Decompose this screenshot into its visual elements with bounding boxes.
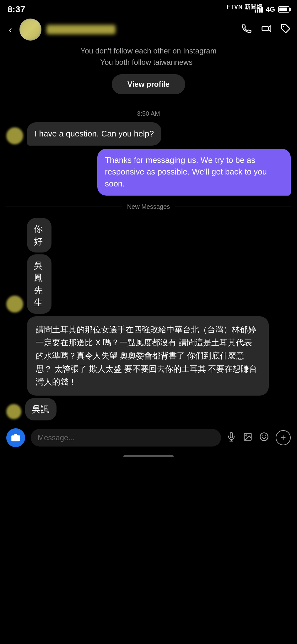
new-messages-divider: New Messages bbox=[6, 203, 291, 210]
battery-fill bbox=[279, 8, 287, 11]
message-bubble-long: 請問土耳其的那位女選手在四強敗給中華台北（台灣）林郁婷一定要在那邊比 X 嗎？一… bbox=[27, 316, 269, 396]
video-icon[interactable] bbox=[261, 24, 271, 36]
message-bubble-name: 吳鳳先生 bbox=[27, 254, 51, 314]
battery-icon bbox=[278, 6, 289, 13]
sender-avatar bbox=[6, 127, 23, 144]
message-bubble-nihao: 你好 bbox=[27, 218, 51, 253]
svg-point-8 bbox=[260, 433, 268, 441]
header-icons bbox=[242, 24, 291, 36]
sender-avatar-small bbox=[6, 404, 21, 419]
phone-icon[interactable] bbox=[242, 24, 252, 36]
home-bar bbox=[123, 455, 174, 457]
message-bubble-wufeng: 吳諷 bbox=[25, 398, 57, 420]
image-icon[interactable] bbox=[243, 432, 252, 444]
back-button[interactable]: ‹ bbox=[6, 23, 14, 36]
stacked-bubbles: 你好 吳鳳先生 bbox=[27, 218, 76, 314]
home-indicator bbox=[0, 452, 297, 462]
sender-avatar bbox=[6, 296, 23, 313]
contact-name-blurred bbox=[46, 25, 116, 34]
camera-icon bbox=[11, 433, 20, 442]
camera-button[interactable] bbox=[6, 428, 25, 447]
sticker-icon[interactable] bbox=[259, 432, 269, 444]
message-row: I have a question. Can you help? bbox=[6, 122, 291, 146]
input-bar: Message... bbox=[0, 423, 297, 452]
message-timestamp: 3:50 AM bbox=[6, 110, 291, 117]
signal-type: 4G bbox=[266, 5, 275, 14]
header: ‹ bbox=[0, 17, 297, 42]
messages-container: 3:50 AM I have a question. Can you help?… bbox=[0, 110, 297, 420]
svg-point-3 bbox=[14, 436, 17, 440]
status-time: 8:37 bbox=[8, 4, 25, 14]
info-section: You don't follow each other on Instagram… bbox=[0, 42, 297, 104]
tag-icon[interactable] bbox=[281, 24, 291, 36]
svg-point-7 bbox=[246, 435, 247, 436]
message-group: 你好 吳鳳先生 bbox=[6, 218, 291, 314]
message-input-field[interactable]: Message... bbox=[31, 429, 221, 447]
message-bubble-incoming: I have a question. Can you help? bbox=[27, 122, 161, 146]
mic-icon[interactable] bbox=[227, 432, 236, 444]
more-button[interactable] bbox=[276, 430, 291, 445]
message-group-last: 吳諷 bbox=[6, 398, 291, 420]
new-messages-label: New Messages bbox=[127, 203, 170, 210]
divider-line-left bbox=[6, 207, 122, 207]
message-row: Thanks for messaging us. We try to be as… bbox=[6, 149, 291, 196]
input-action-icons bbox=[227, 430, 291, 445]
view-profile-button[interactable]: View profile bbox=[112, 74, 185, 94]
signal-bar-1 bbox=[255, 10, 256, 13]
message-placeholder: Message... bbox=[38, 433, 74, 442]
ftvn-logo: FTVN 新聞網 bbox=[227, 3, 262, 11]
divider-line-right bbox=[175, 207, 291, 207]
svg-marker-1 bbox=[268, 25, 271, 31]
avatar bbox=[19, 19, 41, 41]
info-text: You don't follow each other on Instagram… bbox=[13, 45, 284, 68]
svg-rect-0 bbox=[262, 26, 268, 31]
message-bubble-outgoing: Thanks for messaging us. We try to be as… bbox=[97, 149, 291, 196]
